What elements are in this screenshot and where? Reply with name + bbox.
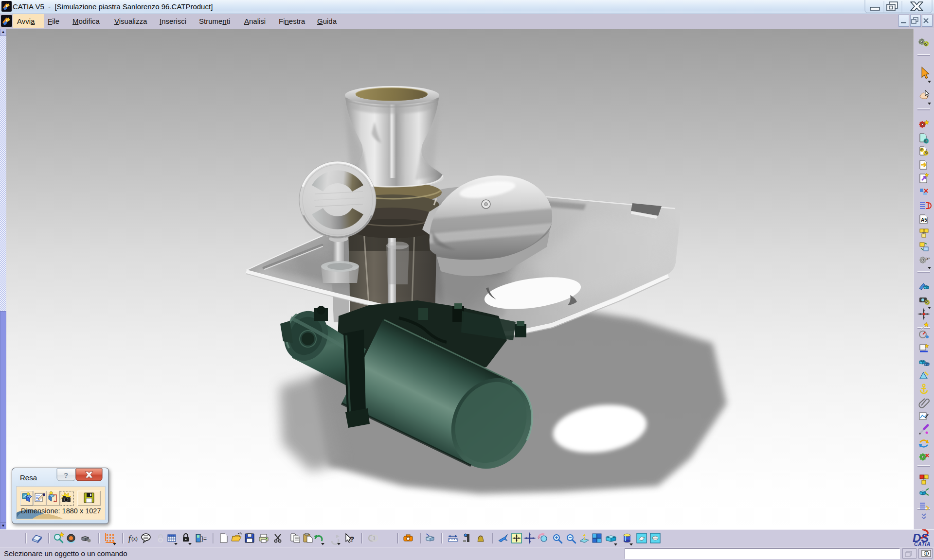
svg-text:}=: }=: [201, 535, 207, 542]
svg-text:xⁿ: xⁿ: [926, 256, 930, 261]
svg-text:Dimensione: 1880 x 1027: Dimensione: 1880 x 1027: [21, 507, 101, 515]
svg-text:?: ?: [350, 535, 354, 543]
svg-text:CATIA: CATIA: [914, 541, 931, 547]
svg-text:(x): (x): [131, 536, 138, 542]
svg-text:A5: A5: [921, 217, 927, 223]
svg-text:?: ?: [64, 471, 68, 479]
